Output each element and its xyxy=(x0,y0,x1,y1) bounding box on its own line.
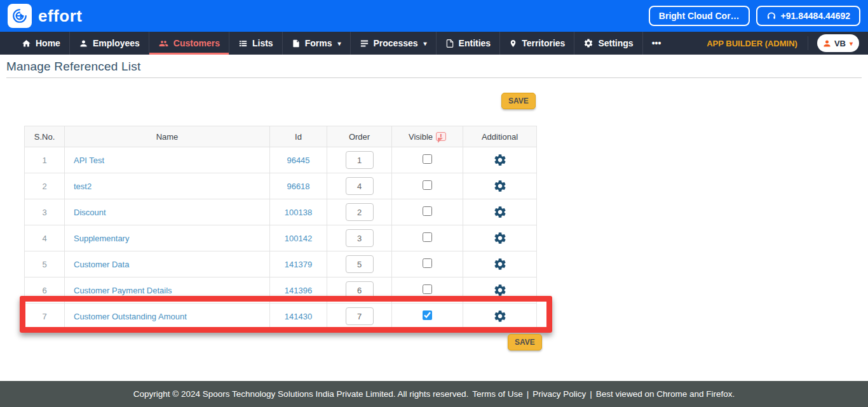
file-icon xyxy=(292,39,301,48)
ellipsis-icon: ••• xyxy=(652,38,661,48)
visible-checkbox[interactable] xyxy=(423,154,432,164)
row-sno: 6 xyxy=(25,277,65,304)
visible-checkbox[interactable] xyxy=(423,206,432,216)
headset-icon xyxy=(766,11,776,21)
map-pin-icon xyxy=(509,39,517,48)
additional-settings-button[interactable] xyxy=(492,178,508,194)
visible-checkbox[interactable] xyxy=(423,180,432,190)
table-row: 5 Customer Data 141379 xyxy=(25,251,537,277)
brand-logo[interactable]: effort xyxy=(8,4,82,28)
nav-label: Territories xyxy=(522,38,565,48)
col-header-additional: Additional xyxy=(463,126,537,147)
support-phone-button[interactable]: +91.84484.44692 xyxy=(756,6,860,26)
additional-settings-button[interactable] xyxy=(492,308,508,324)
nav-item-forms[interactable]: Forms ▾ xyxy=(282,32,350,55)
row-id: 96445 xyxy=(287,156,309,165)
order-input[interactable] xyxy=(346,307,374,325)
organization-button[interactable]: Bright Cloud Cor… xyxy=(649,6,750,26)
nav-item-customers[interactable]: Customers xyxy=(149,32,229,55)
visible-label: Visible xyxy=(409,132,433,142)
nav-right: APP BUILDER (ADMIN) VB ▾ xyxy=(696,32,868,55)
chevron-down-icon: ▾ xyxy=(337,40,341,47)
nav-label: Home xyxy=(36,38,60,48)
effort-logo-icon xyxy=(8,4,32,28)
additional-settings-button[interactable] xyxy=(492,256,508,272)
row-id: 141430 xyxy=(285,312,312,321)
chevron-down-icon: ▾ xyxy=(850,40,853,47)
gears-icon xyxy=(583,38,593,48)
topbar-right: Bright Cloud Cor… +91.84484.44692 xyxy=(649,6,860,26)
nav-label: Lists xyxy=(252,38,273,48)
order-input[interactable] xyxy=(346,229,374,247)
additional-settings-button[interactable] xyxy=(492,230,508,246)
order-input[interactable] xyxy=(346,281,374,299)
row-sno: 3 xyxy=(25,199,65,225)
col-header-sno: S.No. xyxy=(25,126,65,147)
nav-item-more[interactable]: ••• xyxy=(642,32,670,55)
table-row-highlighted: 7 Customer Outstanding Amount 141430 xyxy=(25,304,537,330)
visible-checkbox[interactable] xyxy=(423,284,432,294)
row-name-link[interactable]: Customer Data xyxy=(74,260,129,269)
row-id: 100138 xyxy=(285,208,312,217)
col-header-visible: Visible ! xyxy=(392,126,463,147)
row-sno: 5 xyxy=(25,251,65,277)
nav-label: Processes xyxy=(374,38,418,48)
terms-of-use-link[interactable]: Terms of Use xyxy=(472,389,523,399)
row-id: 141396 xyxy=(285,286,312,295)
save-button-top[interactable]: SAVE xyxy=(501,93,536,109)
nav-item-lists[interactable]: Lists xyxy=(229,32,282,55)
table-row: 6 Customer Payment Details 141396 xyxy=(25,277,537,304)
row-name-link[interactable]: Customer Payment Details xyxy=(74,286,172,295)
visible-checkbox[interactable] xyxy=(423,310,432,320)
nav-item-processes[interactable]: Processes ▾ xyxy=(350,32,436,55)
table-row: 4 Supplementary 100142 xyxy=(25,225,537,251)
page-title: Manage Referenced List xyxy=(6,60,140,74)
row-name-link[interactable]: Supplementary xyxy=(74,234,129,243)
order-input[interactable] xyxy=(346,203,374,221)
row-sno: 1 xyxy=(25,147,65,173)
stacked-lines-icon xyxy=(360,39,369,48)
table-header-row: S.No. Name Id Order Visible ! Additional xyxy=(25,126,537,147)
list-icon xyxy=(238,39,248,48)
additional-settings-button[interactable] xyxy=(492,282,508,298)
order-input[interactable] xyxy=(346,151,374,169)
footer: Copyright © 2024 Spoors Technology Solut… xyxy=(0,381,868,407)
privacy-policy-link[interactable]: Privacy Policy xyxy=(532,389,586,399)
row-name-link[interactable]: Customer Outstanding Amount xyxy=(74,312,187,321)
additional-settings-button[interactable] xyxy=(492,204,508,220)
nav-item-settings[interactable]: Settings xyxy=(574,32,642,55)
row-name-link[interactable]: Discount xyxy=(74,208,106,217)
copyright-text: Copyright © 2024 Spoors Technology Solut… xyxy=(133,389,468,399)
nav-item-territories[interactable]: Territories xyxy=(499,32,574,55)
people-group-icon xyxy=(158,39,169,48)
col-header-name: Name xyxy=(65,126,270,147)
user-menu[interactable]: VB ▾ xyxy=(817,34,859,52)
nav-label: Customers xyxy=(173,38,220,48)
additional-settings-button[interactable] xyxy=(492,152,508,168)
role-badge: APP BUILDER (ADMIN) xyxy=(696,39,808,48)
col-header-id: Id xyxy=(270,126,327,147)
nav-label: Entities xyxy=(459,38,491,48)
nav-item-entities[interactable]: Entities xyxy=(436,32,500,55)
row-id: 100142 xyxy=(285,234,312,243)
row-sno: 4 xyxy=(25,225,65,251)
referenced-list-table: S.No. Name Id Order Visible ! Additional… xyxy=(24,126,537,330)
alert-bubble-icon[interactable]: ! xyxy=(436,132,446,141)
footer-separator: | xyxy=(590,389,592,399)
user-icon xyxy=(822,39,832,48)
app-window: effort Bright Cloud Cor… +91.84484.44692 xyxy=(0,0,868,407)
row-name-link[interactable]: API Test xyxy=(74,156,104,165)
visible-checkbox[interactable] xyxy=(423,258,432,268)
nav-item-home[interactable]: Home xyxy=(13,32,69,55)
nav-item-employees[interactable]: Employees xyxy=(69,32,149,55)
order-input[interactable] xyxy=(346,177,374,195)
order-input[interactable] xyxy=(346,255,374,273)
visible-checkbox[interactable] xyxy=(423,232,432,242)
nav-label: Employees xyxy=(93,38,140,48)
divider xyxy=(808,36,808,50)
col-header-order: Order xyxy=(327,126,392,147)
document-edit-icon xyxy=(445,39,454,48)
row-name-link[interactable]: test2 xyxy=(74,182,92,191)
save-button-bottom[interactable]: SAVE xyxy=(508,334,542,350)
best-viewed-text: Best viewed on Chrome and Firefox. xyxy=(596,389,735,399)
